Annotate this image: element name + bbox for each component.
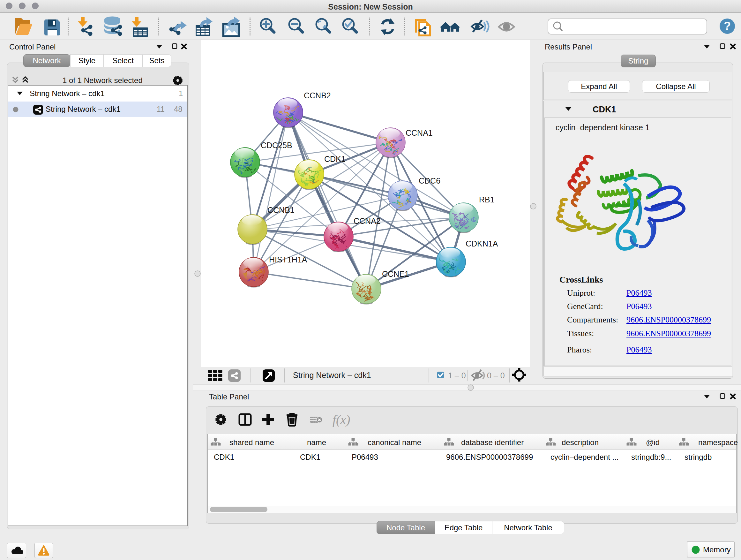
svg-text:?: ? <box>724 19 731 33</box>
svg-text:f(x): f(x) <box>333 413 350 427</box>
